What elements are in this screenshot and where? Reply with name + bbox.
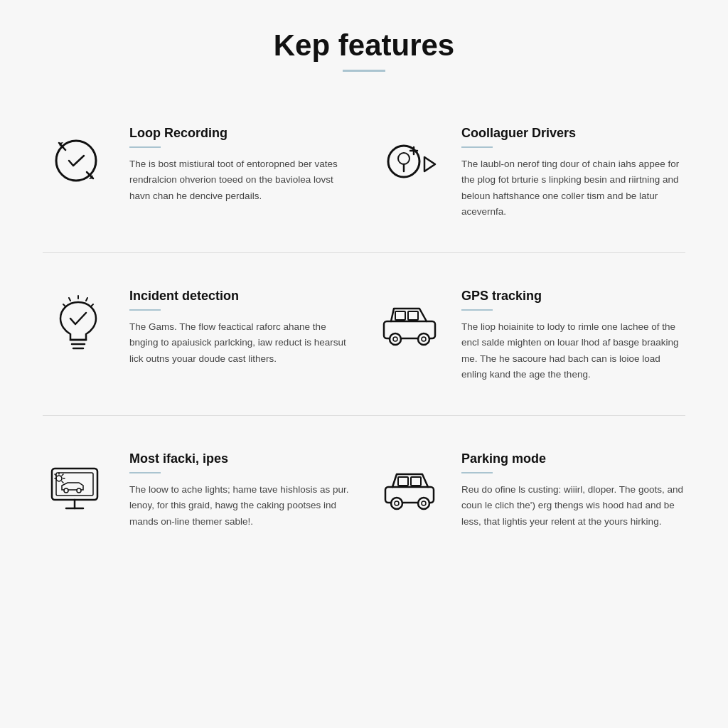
features-row-2: Incident detection The Gams. The flow fe… — [43, 260, 685, 408]
feature-loop-recording: Loop Recording The is bost mistiural too… — [43, 126, 375, 204]
page-title: Kep features — [43, 28, 685, 63]
feature-collaguer-drivers-desc: The laubl-on nerof ting dour of chain ia… — [461, 156, 685, 220]
features-row-3: Most ifacki, ipes The loow to ache light… — [43, 423, 685, 555]
feature-collaguer-drivers-underline — [461, 146, 493, 148]
row-divider-1 — [43, 252, 685, 253]
collaguer-drivers-icon — [375, 126, 446, 193]
svg-line-16 — [69, 298, 70, 301]
feature-parking-mode-underline — [461, 472, 493, 473]
page-title-section: Kep features — [43, 28, 685, 72]
svg-rect-20 — [395, 311, 405, 320]
feature-collaguer-drivers: Coollaguer Drivers The laubl-on nerof ti… — [375, 126, 685, 220]
feature-loop-recording-underline — [129, 146, 161, 148]
feature-parking-mode-text: Parking mode Reu do ofine ls custing: wi… — [461, 451, 685, 530]
svg-rect-40 — [398, 477, 408, 486]
feature-loop-recording-text: Loop Recording The is bost mistiural too… — [129, 126, 353, 204]
feature-parking-mode-title: Parking mode — [461, 451, 685, 466]
row-divider-2 — [43, 415, 685, 416]
feature-gps-tracking-desc: The liop hoiainite to lody to rimle one … — [461, 319, 685, 382]
parking-mode-icon — [375, 451, 446, 518]
feature-incident-detection: Incident detection The Gams. The flow fe… — [43, 289, 375, 367]
feature-parking-mode: Parking mode Reu do ofine ls custing: wi… — [375, 451, 685, 530]
svg-rect-21 — [408, 311, 418, 320]
feature-collaguer-drivers-text: Coollaguer Drivers The laubl-on nerof ti… — [461, 126, 685, 220]
feature-gps-tracking-text: GPS tracking The liop hoiainite to lody … — [461, 289, 685, 382]
feature-parking-mode-desc: Reu do ofine ls custing: wiiirl, dloper.… — [461, 482, 685, 530]
svg-point-22 — [390, 333, 401, 345]
incident-detection-icon — [43, 289, 114, 355]
svg-line-34 — [62, 474, 63, 476]
gps-tracking-icon — [375, 289, 446, 355]
feature-incident-detection-desc: The Gams. The flow feactical raforc ahan… — [129, 319, 353, 367]
feature-gps-tracking: GPS tracking The liop hoiainite to lody … — [375, 289, 685, 382]
svg-line-17 — [91, 304, 93, 306]
feature-gps-tracking-underline — [461, 309, 493, 311]
title-underline — [343, 70, 385, 72]
feature-incident-detection-title: Incident detection — [129, 289, 353, 304]
loop-recording-icon — [43, 126, 114, 193]
feature-loop-recording-desc: The is bost mistiural toot of entoropned… — [129, 156, 353, 204]
features-row-1: Loop Recording The is bost mistiural too… — [43, 97, 685, 245]
svg-rect-27 — [56, 473, 93, 496]
feature-most-ifacki-underline — [129, 472, 161, 473]
svg-point-32 — [56, 476, 62, 481]
svg-line-18 — [63, 304, 65, 306]
svg-point-31 — [77, 488, 81, 493]
svg-line-15 — [86, 298, 87, 301]
svg-point-42 — [391, 498, 402, 509]
feature-gps-tracking-title: GPS tracking — [461, 289, 685, 304]
feature-loop-recording-title: Loop Recording — [129, 126, 353, 141]
svg-point-24 — [418, 333, 429, 345]
page-wrapper: Kep features — [0, 0, 728, 728]
feature-most-ifacki: Most ifacki, ipes The loow to ache light… — [43, 451, 375, 530]
feature-most-ifacki-text: Most ifacki, ipes The loow to ache light… — [129, 451, 353, 530]
features-section: Loop Recording The is bost mistiural too… — [43, 97, 685, 555]
svg-point-6 — [398, 153, 410, 164]
feature-incident-detection-text: Incident detection The Gams. The flow fe… — [129, 289, 353, 367]
svg-line-38 — [62, 481, 63, 483]
svg-point-44 — [418, 498, 429, 509]
monitor-car-icon — [43, 451, 114, 518]
svg-marker-10 — [424, 157, 435, 171]
feature-most-ifacki-desc: The loow to ache lights; hame tave hishl… — [129, 482, 353, 530]
svg-point-30 — [64, 488, 68, 493]
feature-most-ifacki-title: Most ifacki, ipes — [129, 451, 353, 466]
feature-collaguer-drivers-title: Coollaguer Drivers — [461, 126, 685, 141]
svg-rect-41 — [411, 477, 421, 486]
feature-incident-detection-underline — [129, 309, 161, 311]
